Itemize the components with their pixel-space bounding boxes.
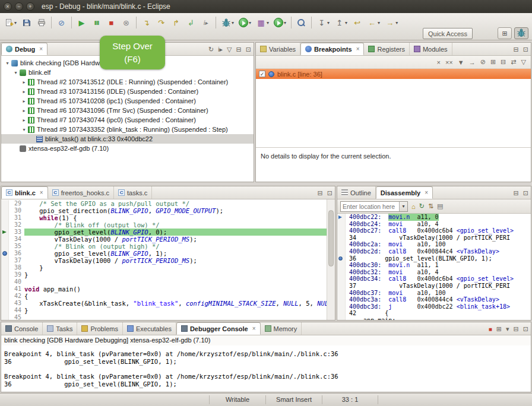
step-return-button[interactable]: ↱: [169, 17, 183, 29]
scrollbar-thumb[interactable]: [328, 210, 334, 267]
code-line[interactable]: 30 gpio_set_direction(BLINK_GPIO, GPIO_M…: [1, 207, 327, 214]
go-to-file-icon[interactable]: →: [469, 59, 476, 66]
tab-blink-c[interactable]: blink.c ×: [1, 186, 48, 199]
debug-tree-item[interactable]: ▸Thread #2 1073413512 (IDLE : Running) (…: [1, 77, 254, 87]
skip-all-breakpoints-icon[interactable]: ⊘: [480, 58, 486, 66]
tab-modules[interactable]: Modules: [410, 43, 452, 55]
dropdown-arrow-icon[interactable]: ▾: [249, 20, 251, 26]
debug-tree-item[interactable]: ▸Thread #7 1073430744 (ipc0) (Suspended …: [1, 115, 254, 125]
previous-annotation-button[interactable]: ↥▾: [332, 17, 349, 29]
disassembly-line[interactable]: 36 gpio_set_level(BLINK_GPIO, 1);: [337, 255, 531, 262]
minimize-icon[interactable]: ⊟: [514, 46, 519, 53]
code-line[interactable]: 37 vTaskDelay(1000 / portTICK_PERIOD_MS)…: [1, 257, 327, 264]
disassembly-line[interactable]: 37 vTaskDelay(1000 / portTICK_PERI: [337, 283, 531, 290]
debug-tree-item[interactable]: ▾Thread #9 1073433352 (blink_task : Runn…: [1, 125, 254, 134]
show-source-icon[interactable]: ▤: [437, 202, 443, 210]
maximize-icon[interactable]: ⊡: [246, 46, 251, 53]
link-with-debug-icon[interactable]: ⇄: [511, 58, 516, 66]
minimize-icon[interactable]: ⊟: [236, 46, 242, 53]
resume-button[interactable]: ▶: [75, 17, 88, 29]
disassembly-line[interactable]: 400dbc32: movi a10, 4: [337, 269, 531, 276]
disconnect-button[interactable]: ⊗: [119, 17, 133, 29]
disassembly-line[interactable]: 400dbc2a: movi a10, 100: [337, 241, 531, 248]
debug-tree-item[interactable]: blink_task() at blink.c:33 0x400dbc22: [1, 134, 254, 144]
disassembly-line[interactable]: 400dbc3a: call8 0x400844c4 <vTaskDelay>: [337, 296, 531, 303]
code-line[interactable]: 42{: [1, 293, 327, 300]
disassembly-line[interactable]: 42 {: [337, 310, 531, 317]
code-line[interactable]: 29 /* Set the GPIO as a push/pull output…: [1, 200, 327, 207]
tree-twistie-icon[interactable]: ▾: [20, 127, 28, 132]
dropdown-arrow-icon[interactable]: ▾: [14, 20, 17, 26]
tree-twistie-icon[interactable]: ▸: [20, 99, 28, 104]
code-line[interactable]: 38 }: [1, 264, 327, 271]
dropdown-arrow-icon[interactable]: ▾: [267, 20, 269, 26]
location-dropdown-icon[interactable]: ▾: [399, 202, 407, 211]
forward-button[interactable]: →▾: [383, 17, 400, 29]
code-line[interactable]: 33 gpio_set_level(BLINK_GPIO, 0);: [1, 229, 327, 236]
tab-registers[interactable]: Registers: [364, 43, 409, 55]
debug-tree-item[interactable]: ▸Thread #5 1073410208 (ipc1) (Suspended …: [1, 96, 254, 106]
terminate-icon[interactable]: ■: [489, 326, 492, 332]
step-over-button[interactable]: ↷: [154, 17, 168, 29]
debug-tree-item[interactable]: ▸Thread #6 1073431096 (Tmr Svc) (Suspend…: [1, 106, 254, 115]
code-line[interactable]: 39}: [1, 271, 327, 278]
disassembly-content[interactable]: 400dbc22: movi.n a11, 0 400dbc24: movi a…: [337, 214, 531, 320]
tab-tasks-c[interactable]: tasks.c: [114, 186, 152, 199]
search-button[interactable]: [294, 17, 308, 29]
breakpoint-icon[interactable]: [2, 251, 7, 256]
tab-memory[interactable]: Memory: [261, 322, 302, 335]
breakpoint-row[interactable]: ✓ blink.c [line: 36]: [256, 69, 531, 79]
tab-debugger-console[interactable]: Debugger Console ×: [176, 322, 261, 335]
disassembly-line[interactable]: 400dbc30: movi.n a11, 1: [337, 262, 531, 269]
tree-twistie-icon[interactable]: ▾: [12, 70, 20, 75]
debug-button[interactable]: ▾: [219, 17, 236, 29]
display-console-icon[interactable]: ▾: [506, 325, 509, 333]
tree-twistie-icon[interactable]: ▸: [20, 80, 28, 85]
external-tools-button[interactable]: ▾: [272, 17, 288, 28]
disassembly-line[interactable]: 400dbc3d: j 0x400dbc22 <blink_task+18>: [337, 303, 531, 310]
next-annotation-button[interactable]: ↧▾: [315, 17, 331, 29]
tab-freertos-hooks-c[interactable]: freertos_hooks.c: [48, 186, 114, 199]
disassembly-line[interactable]: 400dbc2d: call8 0x400844c4 <vTaskDelay>: [337, 248, 531, 255]
close-icon[interactable]: ×: [425, 189, 428, 196]
disassembly-line[interactable]: 400dbc37: movi a10, 100: [337, 290, 531, 297]
disassembly-line[interactable]: 34 vTaskDelay(1000 / portTICK_PERI: [337, 234, 531, 242]
location-input[interactable]: [341, 202, 399, 211]
disassembly-line[interactable]: 400dbc34: call8 0x400dc6b4 <gpio_set_lev…: [337, 275, 531, 283]
close-icon[interactable]: ×: [40, 189, 43, 196]
console-output[interactable]: Breakpoint 4, blink_task (pvParameter=0x…: [1, 345, 531, 392]
show-breakpoints-filter-icon[interactable]: ▼: [458, 59, 464, 66]
window-minimize-button[interactable]: −: [15, 2, 23, 11]
remove-breakpoint-icon[interactable]: ×: [436, 59, 440, 66]
code-line[interactable]: 31 while(1) {: [1, 214, 327, 221]
maximize-icon[interactable]: ⊡: [523, 46, 528, 53]
disassembly-line[interactable]: app_main:: [337, 317, 531, 320]
code-line[interactable]: 43 xTaskCreate(&blink_task, "blink_task"…: [1, 300, 327, 307]
print-button[interactable]: [34, 17, 48, 29]
maximize-icon[interactable]: ⊡: [523, 325, 528, 333]
collapse-all-icon[interactable]: ⊟: [501, 58, 506, 66]
dropdown-arrow-icon[interactable]: ▾: [232, 20, 234, 26]
tab-problems[interactable]: Problems: [77, 322, 122, 335]
code-line[interactable]: 41void app_main(): [1, 286, 327, 293]
open-console-icon[interactable]: ⊞: [496, 325, 502, 333]
breakpoints-menu-icon[interactable]: ▽: [521, 58, 526, 66]
tab-debug[interactable]: Debug ×: [1, 43, 48, 55]
refresh-icon[interactable]: ↻: [419, 202, 425, 210]
tree-twistie-icon[interactable]: ▸: [20, 89, 28, 94]
tab-outline[interactable]: Outline: [337, 186, 376, 199]
dropdown-arrow-icon[interactable]: ▾: [284, 20, 286, 26]
tab-console[interactable]: Console: [1, 322, 43, 335]
home-icon[interactable]: ⌂: [411, 203, 416, 210]
drop-to-frame-button[interactable]: ↲: [184, 17, 198, 29]
disassembly-line[interactable]: 400dbc27: call8 0x400dc6b4 <gpio_set_lev…: [337, 227, 531, 234]
suspend-button[interactable]: ▮▮: [90, 17, 103, 29]
maximize-icon[interactable]: ⊡: [523, 189, 528, 197]
minimize-icon[interactable]: ⊟: [514, 189, 519, 197]
dropdown-arrow-icon[interactable]: ▾: [395, 20, 398, 26]
back-button[interactable]: ←▾: [365, 17, 382, 29]
dropdown-arrow-icon[interactable]: ▾: [327, 20, 330, 26]
dropdown-arrow-icon[interactable]: ▾: [345, 20, 347, 26]
tab-tasks[interactable]: Tasks: [43, 322, 77, 335]
code-line[interactable]: 40: [1, 278, 327, 286]
